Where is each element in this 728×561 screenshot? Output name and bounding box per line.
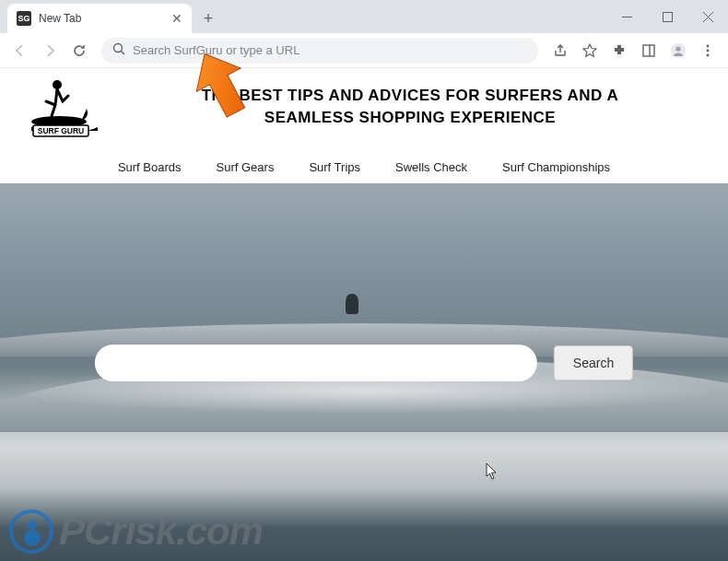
search-icon	[112, 42, 125, 59]
svg-point-9	[675, 46, 680, 51]
tab-favicon: SG	[17, 11, 31, 26]
side-panel-icon[interactable]	[636, 38, 662, 64]
nav-swells-check[interactable]: Swells Check	[395, 160, 467, 174]
page-headline: THE BEST TIPS AND ADVICES FOR SURFERS AN…	[111, 76, 710, 129]
hero-image: Search Uninstall| Terms of Conditions| P…	[0, 183, 728, 561]
site-search-input[interactable]	[95, 345, 537, 381]
svg-line-5	[122, 51, 125, 54]
svg-rect-6	[643, 45, 654, 56]
reload-button[interactable]	[66, 38, 92, 64]
bookmark-star-icon[interactable]	[577, 38, 603, 64]
nav-surf-trips[interactable]: Surf Trips	[309, 160, 360, 174]
svg-point-13	[53, 80, 62, 89]
tab-close-button[interactable]: ✕	[171, 11, 182, 26]
nav-surf-boards[interactable]: Surf Boards	[118, 160, 182, 174]
svg-point-11	[707, 49, 710, 52]
headline-line1: THE BEST TIPS AND ADVICES FOR SURFERS AN…	[202, 87, 619, 104]
svg-rect-1	[663, 12, 672, 21]
nav-surf-championships[interactable]: Surf Championships	[502, 160, 610, 174]
search-row: Search	[95, 345, 633, 381]
window-controls	[606, 0, 728, 33]
address-bar[interactable]: Search SurfGuru or type a URL	[101, 38, 538, 64]
headline-line2: SEAMLESS SHOPPING EXPERIENCE	[264, 109, 556, 126]
svg-text:SURF GURU: SURF GURU	[38, 126, 85, 135]
site-nav: Surf Boards Surf Gears Surf Trips Swells…	[0, 153, 728, 183]
nav-surf-gears[interactable]: Surf Gears	[217, 160, 275, 174]
page-header: SURF GURU THE BEST TIPS AND ADVICES FOR …	[0, 68, 728, 153]
svg-point-4	[114, 43, 123, 52]
svg-point-12	[707, 53, 710, 56]
tab-title: New Tab	[39, 12, 164, 25]
svg-point-10	[707, 44, 710, 47]
menu-dots-icon[interactable]	[695, 38, 721, 64]
browser-titlebar: SG New Tab ✕ +	[0, 0, 728, 33]
maximize-button[interactable]	[647, 3, 687, 30]
extensions-icon[interactable]	[606, 38, 632, 64]
close-window-button[interactable]	[687, 3, 728, 30]
surfer-figure	[346, 294, 358, 314]
minimize-button[interactable]	[606, 3, 647, 30]
back-button[interactable]	[7, 38, 33, 64]
new-tab-button[interactable]: +	[195, 6, 221, 31]
profile-avatar-icon[interactable]	[665, 38, 691, 64]
browser-tab[interactable]: SG New Tab ✕	[7, 4, 192, 33]
address-bar-placeholder: Search SurfGuru or type a URL	[133, 43, 527, 57]
forward-button[interactable]	[37, 38, 63, 64]
browser-toolbar: Search SurfGuru or type a URL	[0, 33, 728, 68]
share-icon[interactable]	[547, 38, 573, 64]
page-content: SURF GURU THE BEST TIPS AND ADVICES FOR …	[0, 68, 728, 561]
site-search-button[interactable]: Search	[554, 345, 633, 380]
surfguru-logo[interactable]: SURF GURU	[18, 76, 111, 149]
